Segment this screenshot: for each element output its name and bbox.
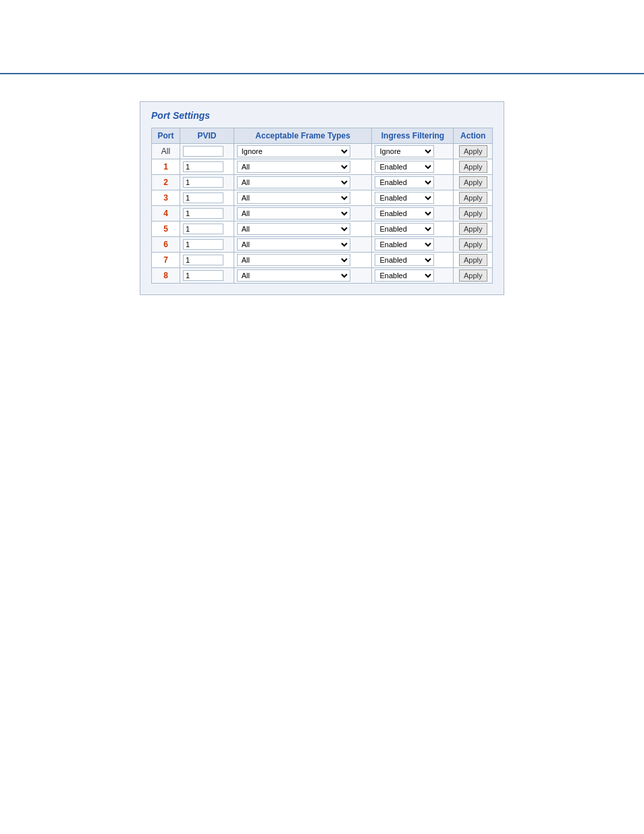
ingress-select-6[interactable]: EnabledDisabled — [375, 238, 434, 251]
frame-type-cell-5: AllTagged OnlyUntagged Only — [234, 221, 372, 237]
table-row-5: 5AllTagged OnlyUntagged OnlyEnabledDisab… — [152, 221, 493, 237]
col-frame-types: Acceptable Frame Types — [234, 128, 372, 144]
ingress-cell-3: EnabledDisabled — [372, 190, 454, 206]
content-area: Port Settings Port PVID Acceptable Frame… — [0, 74, 644, 309]
col-pvid: PVID — [180, 128, 234, 144]
apply-button-1[interactable]: Apply — [459, 161, 487, 173]
frame-type-all-cell: Ignore All Tagged Only Untagged Only — [234, 144, 372, 159]
ingress-all-cell: Ignore Enabled Disabled — [372, 144, 454, 159]
pvid-cell-1 — [180, 159, 234, 175]
frame-type-cell-2: AllTagged OnlyUntagged Only — [234, 175, 372, 190]
pvid-cell-6 — [180, 237, 234, 253]
pvid-cell-2 — [180, 175, 234, 190]
pvid-input-7[interactable] — [183, 255, 223, 265]
pvid-cell-7 — [180, 253, 234, 268]
ingress-select-5[interactable]: EnabledDisabled — [375, 223, 434, 235]
table-row-4: 4AllTagged OnlyUntagged OnlyEnabledDisab… — [152, 206, 493, 221]
frame-type-cell-1: AllTagged OnlyUntagged Only — [234, 159, 372, 175]
table-row-all: All Ignore All Tagged Only Untagged Only — [152, 144, 493, 159]
port-label-3: 3 — [152, 190, 180, 206]
pvid-input-5[interactable] — [183, 224, 223, 234]
port-all-label: All — [152, 144, 180, 159]
ingress-cell-5: EnabledDisabled — [372, 221, 454, 237]
frame-type-cell-3: AllTagged OnlyUntagged Only — [234, 190, 372, 206]
apply-all-button[interactable]: Apply — [459, 145, 487, 157]
frame-type-select-7[interactable]: AllTagged OnlyUntagged Only — [237, 254, 350, 266]
pvid-input-8[interactable] — [183, 270, 223, 281]
frame-type-select-4[interactable]: AllTagged OnlyUntagged Only — [237, 207, 350, 219]
frame-type-select-8[interactable]: AllTagged OnlyUntagged Only — [237, 269, 350, 282]
table-row-2: 2AllTagged OnlyUntagged OnlyEnabledDisab… — [152, 175, 493, 190]
ingress-select-1[interactable]: EnabledDisabled — [375, 161, 434, 173]
action-cell-5: Apply — [454, 221, 493, 237]
ingress-select-4[interactable]: EnabledDisabled — [375, 207, 434, 219]
frame-type-select-6[interactable]: AllTagged OnlyUntagged Only — [237, 238, 350, 251]
port-label-7: 7 — [152, 253, 180, 268]
pvid-input-6[interactable] — [183, 239, 223, 250]
port-label-8: 8 — [152, 268, 180, 284]
pvid-input-4[interactable] — [183, 208, 223, 219]
pvid-cell-5 — [180, 221, 234, 237]
pvid-input-2[interactable] — [183, 177, 223, 188]
pvid-all-cell — [180, 144, 234, 159]
top-bar — [0, 0, 644, 74]
col-action: Action — [454, 128, 493, 144]
apply-button-6[interactable]: Apply — [459, 238, 487, 251]
apply-button-4[interactable]: Apply — [459, 207, 487, 219]
section-title: Port Settings — [151, 110, 493, 121]
action-all-cell: Apply — [454, 144, 493, 159]
frame-type-cell-7: AllTagged OnlyUntagged Only — [234, 253, 372, 268]
port-settings-container: Port Settings Port PVID Acceptable Frame… — [140, 101, 504, 295]
apply-button-3[interactable]: Apply — [459, 192, 487, 204]
action-cell-4: Apply — [454, 206, 493, 221]
ingress-cell-4: EnabledDisabled — [372, 206, 454, 221]
pvid-cell-3 — [180, 190, 234, 206]
apply-button-7[interactable]: Apply — [459, 254, 487, 266]
frame-type-cell-6: AllTagged OnlyUntagged Only — [234, 237, 372, 253]
action-cell-8: Apply — [454, 268, 493, 284]
action-cell-2: Apply — [454, 175, 493, 190]
ingress-cell-1: EnabledDisabled — [372, 159, 454, 175]
frame-type-select-2[interactable]: AllTagged OnlyUntagged Only — [237, 176, 350, 188]
pvid-input-3[interactable] — [183, 192, 223, 203]
frame-type-select-3[interactable]: AllTagged OnlyUntagged Only — [237, 192, 350, 204]
pvid-cell-4 — [180, 206, 234, 221]
col-port: Port — [152, 128, 180, 144]
port-label-6: 6 — [152, 237, 180, 253]
frame-type-select-1[interactable]: AllTagged OnlyUntagged Only — [237, 161, 350, 173]
frame-type-cell-8: AllTagged OnlyUntagged Only — [234, 268, 372, 284]
apply-button-5[interactable]: Apply — [459, 223, 487, 235]
port-label-4: 4 — [152, 206, 180, 221]
apply-button-2[interactable]: Apply — [459, 176, 487, 188]
ingress-cell-6: EnabledDisabled — [372, 237, 454, 253]
action-cell-3: Apply — [454, 190, 493, 206]
port-label-1: 1 — [152, 159, 180, 175]
port-settings-table: Port PVID Acceptable Frame Types Ingress… — [151, 128, 493, 284]
action-cell-7: Apply — [454, 253, 493, 268]
pvid-input-1[interactable] — [183, 161, 223, 172]
pvid-all-input[interactable] — [183, 146, 223, 157]
ingress-select-8[interactable]: EnabledDisabled — [375, 269, 434, 282]
table-row-3: 3AllTagged OnlyUntagged OnlyEnabledDisab… — [152, 190, 493, 206]
action-cell-6: Apply — [454, 237, 493, 253]
ingress-select-7[interactable]: EnabledDisabled — [375, 254, 434, 266]
apply-button-8[interactable]: Apply — [459, 269, 487, 282]
col-ingress: Ingress Filtering — [372, 128, 454, 144]
ingress-select-3[interactable]: EnabledDisabled — [375, 192, 434, 204]
table-row-8: 8AllTagged OnlyUntagged OnlyEnabledDisab… — [152, 268, 493, 284]
frame-type-cell-4: AllTagged OnlyUntagged Only — [234, 206, 372, 221]
action-cell-1: Apply — [454, 159, 493, 175]
port-label-5: 5 — [152, 221, 180, 237]
table-row-1: 1AllTagged OnlyUntagged OnlyEnabledDisab… — [152, 159, 493, 175]
ingress-cell-2: EnabledDisabled — [372, 175, 454, 190]
ingress-cell-7: EnabledDisabled — [372, 253, 454, 268]
ingress-select-2[interactable]: EnabledDisabled — [375, 176, 434, 188]
table-row-7: 7AllTagged OnlyUntagged OnlyEnabledDisab… — [152, 253, 493, 268]
table-row-6: 6AllTagged OnlyUntagged OnlyEnabledDisab… — [152, 237, 493, 253]
ingress-cell-8: EnabledDisabled — [372, 268, 454, 284]
pvid-cell-8 — [180, 268, 234, 284]
port-label-2: 2 — [152, 175, 180, 190]
frame-type-all-select[interactable]: Ignore All Tagged Only Untagged Only — [237, 145, 350, 157]
frame-type-select-5[interactable]: AllTagged OnlyUntagged Only — [237, 223, 350, 235]
ingress-all-select[interactable]: Ignore Enabled Disabled — [375, 145, 434, 157]
